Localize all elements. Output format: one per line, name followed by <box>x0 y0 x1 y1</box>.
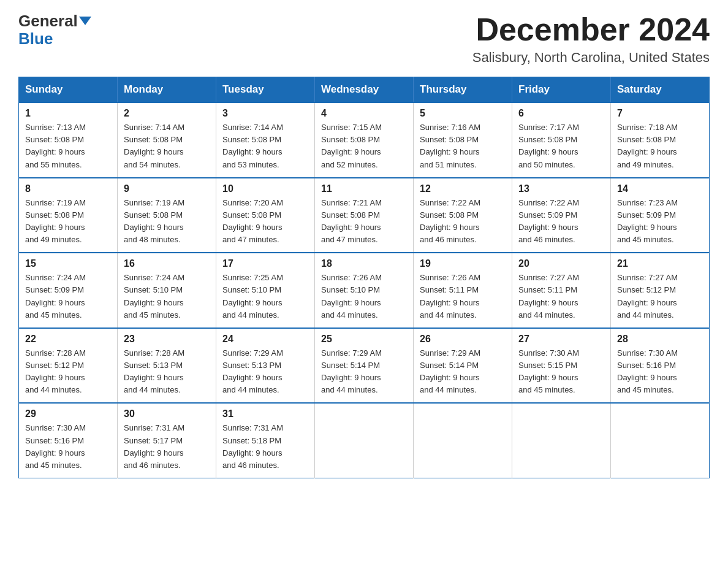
day-number: 23 <box>124 334 210 345</box>
weekday-header-friday: Friday <box>512 77 611 103</box>
calendar-cell: 13 Sunrise: 7:22 AMSunset: 5:09 PMDaylig… <box>512 178 611 253</box>
day-info: Sunrise: 7:30 AMSunset: 5:15 PMDaylight:… <box>518 348 579 394</box>
day-number: 21 <box>617 258 703 269</box>
calendar-cell <box>611 403 710 478</box>
day-number: 16 <box>124 258 210 269</box>
day-info: Sunrise: 7:24 AMSunset: 5:10 PMDaylight:… <box>124 273 184 319</box>
calendar-cell: 21 Sunrise: 7:27 AMSunset: 5:12 PMDaylig… <box>611 253 710 328</box>
calendar-cell: 25 Sunrise: 7:29 AMSunset: 5:14 PMDaylig… <box>315 328 414 404</box>
day-number: 1 <box>25 108 111 119</box>
calendar-cell: 30 Sunrise: 7:31 AMSunset: 5:17 PMDaylig… <box>118 403 216 478</box>
calendar-cell: 7 Sunrise: 7:18 AMSunset: 5:08 PMDayligh… <box>611 102 710 178</box>
day-number: 18 <box>321 258 407 269</box>
calendar-cell: 12 Sunrise: 7:22 AMSunset: 5:08 PMDaylig… <box>414 178 512 253</box>
calendar-week-1: 1 Sunrise: 7:13 AMSunset: 5:08 PMDayligh… <box>19 102 710 178</box>
calendar-week-4: 22 Sunrise: 7:28 AMSunset: 5:12 PMDaylig… <box>19 328 710 404</box>
calendar-cell: 20 Sunrise: 7:27 AMSunset: 5:11 PMDaylig… <box>512 253 611 328</box>
calendar-cell: 11 Sunrise: 7:21 AMSunset: 5:08 PMDaylig… <box>315 178 414 253</box>
day-info: Sunrise: 7:30 AMSunset: 5:16 PMDaylight:… <box>25 423 86 469</box>
day-number: 11 <box>321 183 407 194</box>
calendar-cell: 19 Sunrise: 7:26 AMSunset: 5:11 PMDaylig… <box>414 253 512 328</box>
weekday-header-thursday: Thursday <box>414 77 512 103</box>
day-number: 26 <box>420 334 506 345</box>
calendar-cell: 31 Sunrise: 7:31 AMSunset: 5:18 PMDaylig… <box>216 403 315 478</box>
calendar-cell: 8 Sunrise: 7:19 AMSunset: 5:08 PMDayligh… <box>19 178 118 253</box>
calendar-header: SundayMondayTuesdayWednesdayThursdayFrid… <box>19 77 710 103</box>
header-right: December 2024 Salisbury, North Carolina,… <box>472 12 710 66</box>
day-number: 7 <box>617 108 703 119</box>
day-number: 24 <box>222 334 308 345</box>
calendar-cell: 27 Sunrise: 7:30 AMSunset: 5:15 PMDaylig… <box>512 328 611 404</box>
calendar-cell: 29 Sunrise: 7:30 AMSunset: 5:16 PMDaylig… <box>19 403 118 478</box>
day-info: Sunrise: 7:27 AMSunset: 5:11 PMDaylight:… <box>518 273 579 319</box>
calendar-cell: 9 Sunrise: 7:19 AMSunset: 5:08 PMDayligh… <box>118 178 216 253</box>
day-info: Sunrise: 7:25 AMSunset: 5:10 PMDaylight:… <box>222 273 283 319</box>
day-info: Sunrise: 7:28 AMSunset: 5:12 PMDaylight:… <box>25 348 86 394</box>
day-number: 30 <box>124 408 210 419</box>
calendar-cell: 5 Sunrise: 7:16 AMSunset: 5:08 PMDayligh… <box>414 102 512 178</box>
day-info: Sunrise: 7:17 AMSunset: 5:08 PMDaylight:… <box>518 123 579 169</box>
day-number: 5 <box>420 108 506 119</box>
day-info: Sunrise: 7:31 AMSunset: 5:17 PMDaylight:… <box>124 423 184 469</box>
day-number: 28 <box>617 334 703 345</box>
day-number: 29 <box>25 408 111 419</box>
day-info: Sunrise: 7:19 AMSunset: 5:08 PMDaylight:… <box>124 198 184 244</box>
calendar-cell: 15 Sunrise: 7:24 AMSunset: 5:09 PMDaylig… <box>19 253 118 328</box>
day-info: Sunrise: 7:19 AMSunset: 5:08 PMDaylight:… <box>25 198 86 244</box>
calendar-week-2: 8 Sunrise: 7:19 AMSunset: 5:08 PMDayligh… <box>19 178 710 253</box>
day-number: 19 <box>420 258 506 269</box>
calendar-cell: 23 Sunrise: 7:28 AMSunset: 5:13 PMDaylig… <box>118 328 216 404</box>
weekday-header-monday: Monday <box>118 77 216 103</box>
day-info: Sunrise: 7:20 AMSunset: 5:08 PMDaylight:… <box>222 198 283 244</box>
day-info: Sunrise: 7:26 AMSunset: 5:10 PMDaylight:… <box>321 273 382 319</box>
day-number: 2 <box>124 108 210 119</box>
day-info: Sunrise: 7:29 AMSunset: 5:14 PMDaylight:… <box>321 348 382 394</box>
calendar-cell: 28 Sunrise: 7:30 AMSunset: 5:16 PMDaylig… <box>611 328 710 404</box>
day-number: 20 <box>518 258 604 269</box>
day-number: 3 <box>222 108 308 119</box>
calendar-cell: 2 Sunrise: 7:14 AMSunset: 5:08 PMDayligh… <box>118 102 216 178</box>
day-info: Sunrise: 7:28 AMSunset: 5:13 PMDaylight:… <box>124 348 184 394</box>
day-number: 27 <box>518 334 604 345</box>
day-info: Sunrise: 7:14 AMSunset: 5:08 PMDaylight:… <box>222 123 283 169</box>
day-number: 4 <box>321 108 407 119</box>
calendar-table: SundayMondayTuesdayWednesdayThursdayFrid… <box>18 77 710 478</box>
calendar-cell: 3 Sunrise: 7:14 AMSunset: 5:08 PMDayligh… <box>216 102 315 178</box>
day-info: Sunrise: 7:22 AMSunset: 5:08 PMDaylight:… <box>420 198 480 244</box>
weekday-header-tuesday: Tuesday <box>216 77 315 103</box>
calendar-cell: 4 Sunrise: 7:15 AMSunset: 5:08 PMDayligh… <box>315 102 414 178</box>
calendar-cell: 17 Sunrise: 7:25 AMSunset: 5:10 PMDaylig… <box>216 253 315 328</box>
day-info: Sunrise: 7:13 AMSunset: 5:08 PMDaylight:… <box>25 123 86 169</box>
day-info: Sunrise: 7:30 AMSunset: 5:16 PMDaylight:… <box>617 348 678 394</box>
day-number: 22 <box>25 334 111 345</box>
day-info: Sunrise: 7:26 AMSunset: 5:11 PMDaylight:… <box>420 273 480 319</box>
day-number: 31 <box>222 408 308 419</box>
day-info: Sunrise: 7:18 AMSunset: 5:08 PMDaylight:… <box>617 123 678 169</box>
logo-triangle-icon <box>79 17 91 25</box>
location-title: Salisbury, North Carolina, United States <box>472 50 710 66</box>
day-number: 10 <box>222 183 308 194</box>
calendar-cell: 14 Sunrise: 7:23 AMSunset: 5:09 PMDaylig… <box>611 178 710 253</box>
day-number: 9 <box>124 183 210 194</box>
day-number: 15 <box>25 258 111 269</box>
weekday-header-row: SundayMondayTuesdayWednesdayThursdayFrid… <box>19 77 710 103</box>
logo: General Blue <box>18 12 91 47</box>
day-number: 17 <box>222 258 308 269</box>
calendar-body: 1 Sunrise: 7:13 AMSunset: 5:08 PMDayligh… <box>19 102 710 478</box>
calendar-cell: 6 Sunrise: 7:17 AMSunset: 5:08 PMDayligh… <box>512 102 611 178</box>
day-info: Sunrise: 7:15 AMSunset: 5:08 PMDaylight:… <box>321 123 382 169</box>
day-info: Sunrise: 7:29 AMSunset: 5:13 PMDaylight:… <box>222 348 283 394</box>
day-number: 14 <box>617 183 703 194</box>
calendar-week-5: 29 Sunrise: 7:30 AMSunset: 5:16 PMDaylig… <box>19 403 710 478</box>
calendar-cell: 18 Sunrise: 7:26 AMSunset: 5:10 PMDaylig… <box>315 253 414 328</box>
day-info: Sunrise: 7:21 AMSunset: 5:08 PMDaylight:… <box>321 198 382 244</box>
month-title: December 2024 <box>472 12 710 47</box>
calendar-cell <box>414 403 512 478</box>
day-number: 6 <box>518 108 604 119</box>
logo-blue-text: Blue <box>18 30 53 48</box>
day-info: Sunrise: 7:23 AMSunset: 5:09 PMDaylight:… <box>617 198 678 244</box>
day-number: 25 <box>321 334 407 345</box>
calendar-cell <box>512 403 611 478</box>
day-number: 12 <box>420 183 506 194</box>
day-info: Sunrise: 7:29 AMSunset: 5:14 PMDaylight:… <box>420 348 480 394</box>
